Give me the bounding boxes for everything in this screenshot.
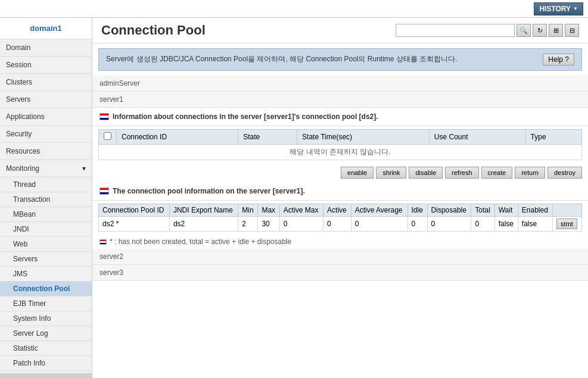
sidebar-item-security[interactable]: Security: [0, 126, 92, 143]
pool-table-container: Connection Pool ID JNDI Export Name Min …: [92, 201, 588, 235]
action-buttons: enable shrink disable refresh create ret…: [92, 163, 588, 182]
export-button[interactable]: ⊟: [565, 24, 579, 37]
sidebar-console[interactable]: Console: [0, 373, 92, 378]
pool-row-active-max: 0: [279, 217, 323, 232]
col-use-count: Use Count: [429, 130, 525, 145]
pool-col-active-avg: Active Average: [351, 204, 407, 217]
info-banner: Server에 생성된 JDBC/JCA Connection Pool을 제어…: [98, 48, 582, 71]
empty-message: 해당 내역이 존재하지 않습니다.: [99, 145, 582, 160]
pool-col-min: Min: [238, 204, 258, 217]
pool-col-max: Max: [258, 204, 279, 217]
pool-row-active: 0: [323, 217, 351, 232]
server-row-server2[interactable]: server2: [92, 249, 588, 265]
refresh-button[interactable]: refresh: [445, 167, 478, 179]
sidebar-sub-web[interactable]: Web: [0, 237, 92, 252]
pool-col-enabled: Enabled: [518, 204, 552, 217]
sidebar-sub-servers-mon[interactable]: Servers: [0, 252, 92, 267]
top-bar: HISTORY ▼: [0, 0, 588, 18]
monitoring-arrow-icon: ▾: [82, 164, 86, 173]
pool-col-jndi: JNDI Export Name: [169, 204, 238, 217]
note-flag-icon: [99, 239, 107, 245]
col-connection-id: Connection ID: [117, 130, 238, 145]
sidebar-sub-ejb-timer[interactable]: EJB Timer: [0, 296, 92, 311]
search-button[interactable]: 🔍: [517, 24, 531, 37]
pool-col-total: Total: [471, 204, 494, 217]
pool-col-active-max: Active Max: [279, 204, 323, 217]
sidebar-item-domain[interactable]: Domain: [0, 39, 92, 57]
pool-row-wait: false: [494, 217, 518, 232]
pool-row-jndi: ds2: [169, 217, 238, 232]
info-text: Server에 생성된 JDBC/JCA Connection Pool을 제어…: [106, 54, 458, 64]
stmt-button[interactable]: stmt: [556, 218, 577, 229]
pool-row-min: 2: [238, 217, 258, 232]
content-area: Connection Pool 🔍 ↻ ⊞ ⊟ Server에 생성된 JDBC…: [92, 18, 588, 378]
create-button[interactable]: create: [481, 167, 513, 179]
pool-row-disposable: 0: [427, 217, 471, 232]
pool-col-wait: Wait: [494, 204, 518, 217]
sidebar-domain[interactable]: domain1: [0, 18, 92, 39]
destroy-button[interactable]: destroy: [547, 167, 582, 179]
history-button[interactable]: HISTORY ▼: [534, 2, 583, 15]
disable-button[interactable]: disable: [409, 167, 443, 179]
sidebar-item-servers[interactable]: Servers: [0, 91, 92, 108]
flag-icon: [99, 113, 109, 120]
sidebar-item-resources[interactable]: Resources: [0, 143, 92, 160]
col-state: State: [238, 130, 297, 145]
info-section-header: Information about connections in the ser…: [92, 108, 588, 126]
refresh-icon-button[interactable]: ↻: [533, 24, 547, 37]
note-text: * : has not been created, total = active…: [92, 235, 588, 249]
pool-section-title: The connection pool information on the s…: [113, 187, 305, 195]
sidebar-sub-patch-info[interactable]: Patch Info: [0, 356, 92, 371]
server-row-server1[interactable]: server1: [92, 92, 588, 108]
copy-button[interactable]: ⊞: [549, 24, 563, 37]
pool-col-disposable: Disposable: [427, 204, 471, 217]
shrink-button[interactable]: shrink: [376, 167, 406, 179]
page-title: Connection Pool: [101, 23, 206, 38]
pool-section-header: The connection pool information on the s…: [92, 182, 588, 201]
sidebar-sub-system-info[interactable]: System Info: [0, 311, 92, 326]
sidebar-sub-jms[interactable]: JMS: [0, 267, 92, 282]
pool-row-id: ds2 *: [99, 217, 170, 232]
sidebar-sub-connection-pool[interactable]: Connection Pool: [0, 282, 92, 296]
sidebar-sub-thread[interactable]: Thread: [0, 177, 92, 192]
history-label: HISTORY: [539, 5, 571, 13]
main-layout: domain1 Domain Session Clusters Servers …: [0, 18, 588, 378]
monitoring-label: Monitoring: [6, 164, 39, 173]
sidebar-sub-mbean[interactable]: MBean: [0, 207, 92, 222]
sidebar-item-clusters[interactable]: Clusters: [0, 74, 92, 91]
sidebar-sub-statistic[interactable]: Statistic: [0, 341, 92, 356]
info-section-title: Information about connections in the ser…: [113, 113, 378, 121]
pool-col-id: Connection Pool ID: [99, 204, 170, 217]
server-row-server3[interactable]: server3: [92, 265, 588, 281]
enable-button[interactable]: enable: [341, 167, 374, 179]
pool-col-active: Active: [323, 204, 351, 217]
pool-row-enabled: false: [518, 217, 552, 232]
sidebar-sub-jndi[interactable]: JNDI: [0, 222, 92, 237]
sidebar-item-session[interactable]: Session: [0, 57, 92, 74]
sidebar-sub-server-log[interactable]: Server Log: [0, 326, 92, 341]
help-button[interactable]: Help ?: [543, 54, 574, 65]
sidebar: domain1 Domain Session Clusters Servers …: [0, 18, 92, 378]
col-type: Type: [525, 130, 581, 145]
server-row-admin[interactable]: adminServer: [92, 76, 588, 92]
select-all-checkbox[interactable]: [104, 132, 111, 140]
note-content: * : has not been created, total = active…: [110, 238, 291, 246]
pool-table-row: ds2 * ds2 2 30 0 0 0 0 0 0 false false s…: [99, 217, 582, 232]
pool-col-stmt: [553, 204, 582, 217]
pool-flag-icon: [99, 188, 109, 195]
pool-row-max: 30: [258, 217, 279, 232]
pool-row-idle: 0: [407, 217, 427, 232]
sidebar-sub-transaction[interactable]: Transaction: [0, 192, 92, 207]
pool-col-idle: Idle: [407, 204, 427, 217]
search-input[interactable]: [396, 24, 515, 37]
pool-table: Connection Pool ID JNDI Export Name Min …: [98, 204, 582, 232]
pool-row-total: 0: [471, 217, 494, 232]
search-bar: 🔍 ↻ ⊞ ⊟: [396, 24, 579, 37]
col-state-time: State Time(sec): [297, 130, 430, 145]
connection-table: Connection ID State State Time(sec) Use …: [98, 129, 582, 160]
sidebar-item-applications[interactable]: Applications: [0, 108, 92, 126]
connection-table-container: Connection ID State State Time(sec) Use …: [92, 126, 588, 163]
return-button[interactable]: return: [515, 167, 545, 179]
pool-row-active-avg: 0: [351, 217, 407, 232]
sidebar-item-monitoring[interactable]: Monitoring ▾: [0, 160, 92, 177]
